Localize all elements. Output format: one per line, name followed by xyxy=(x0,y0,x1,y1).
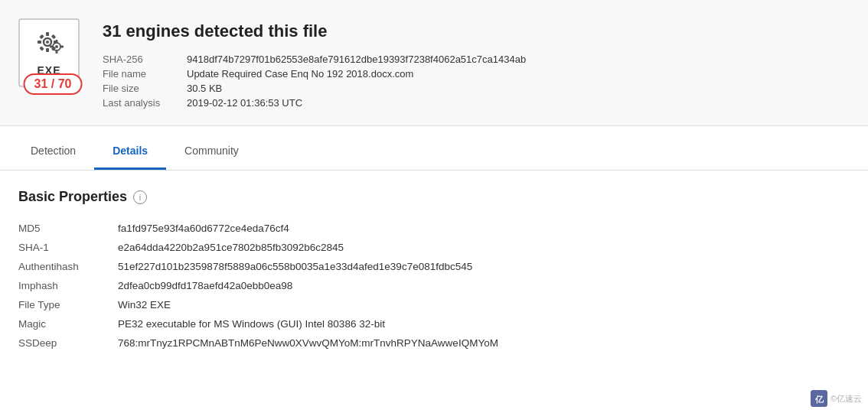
svg-rect-15 xyxy=(60,45,64,47)
detection-badge: 31 / 70 xyxy=(24,73,83,95)
tab-details[interactable]: Details xyxy=(94,134,166,170)
sha256-value: 9418df74b7297f01b62553e8afe791612dbe1939… xyxy=(187,52,526,67)
prop-value: 768:mrTnyz1RPCMnABTnM6PeNww0XVwvQMYoM:mr… xyxy=(118,333,850,353)
lastanalysis-value: 2019-02-12 01:36:53 UTC xyxy=(187,96,526,110)
prop-value: 2dfea0cb99dfd178aefd42a0ebb0ea98 xyxy=(118,276,850,295)
svg-rect-8 xyxy=(39,46,44,50)
header-section: EXE 31 / 70 31 engines detected this fil… xyxy=(0,0,868,126)
svg-rect-4 xyxy=(38,41,41,44)
prop-key: Magic xyxy=(18,314,118,333)
prop-value: 51ef227d101b2359878f5889a06c558b0035a1e3… xyxy=(118,257,850,276)
table-row: SHA-1e2a64dda4220b2a951ce7802b85fb3092b6… xyxy=(18,238,850,257)
prop-key: SHA-1 xyxy=(18,238,118,257)
svg-rect-14 xyxy=(50,45,53,47)
filesize-value: 30.5 KB xyxy=(187,81,526,96)
sha256-label: SHA-256 xyxy=(103,52,187,67)
file-icon-gears xyxy=(32,30,66,61)
prop-key: Imphash xyxy=(18,276,118,295)
svg-rect-3 xyxy=(46,48,49,52)
prop-key: Authentihash xyxy=(18,257,118,276)
watermark-icon: 亿 xyxy=(811,390,827,407)
table-row: Authentihash51ef227d101b2359878f5889a06c… xyxy=(18,257,850,276)
watermark-text: ©亿速云 xyxy=(830,393,862,405)
watermark: 亿 ©亿速云 xyxy=(811,390,862,407)
section-title-text: Basic Properties xyxy=(18,189,127,205)
file-icon-wrapper: EXE 31 / 70 xyxy=(18,18,87,87)
svg-rect-12 xyxy=(56,40,58,43)
svg-rect-6 xyxy=(39,34,44,38)
prop-key: SSDeep xyxy=(18,333,118,353)
filename-value: Update Required Case Enq No 192 2018.doc… xyxy=(187,67,526,81)
table-row: MagicPE32 executable for MS Windows (GUI… xyxy=(18,314,850,333)
lastanalysis-label: Last analysis xyxy=(103,96,187,110)
section-title: Basic Properties i xyxy=(18,189,850,205)
table-row: SSDeep768:mrTnyz1RPCMnABTnM6PeNww0XVwvQM… xyxy=(18,333,850,353)
prop-value: fa1fd975e93f4a60d6772ce4eda76cf4 xyxy=(118,219,850,238)
prop-value: PE32 executable for MS Windows (GUI) Int… xyxy=(118,314,850,333)
tabs-section: Detection Details Community xyxy=(0,134,868,171)
filename-label: File name xyxy=(103,67,187,81)
table-row: MD5fa1fd975e93f4a60d6772ce4eda76cf4 xyxy=(18,219,850,238)
header-info: 31 engines detected this file SHA-256 94… xyxy=(103,18,850,110)
svg-rect-2 xyxy=(46,32,49,36)
svg-text:亿: 亿 xyxy=(814,395,824,404)
filesize-label: File size xyxy=(103,81,187,96)
page-title: 31 engines detected this file xyxy=(103,21,850,41)
meta-table: SHA-256 9418df74b7297f01b62553e8afe79161… xyxy=(103,52,526,110)
info-icon[interactable]: i xyxy=(133,190,147,204)
prop-key: MD5 xyxy=(18,219,118,238)
svg-point-11 xyxy=(55,45,58,48)
prop-value: e2a64dda4220b2a951ce7802b85fb3092b6c2845 xyxy=(118,238,850,257)
table-row: Imphash2dfea0cb99dfd178aefd42a0ebb0ea98 xyxy=(18,276,850,295)
table-row: File TypeWin32 EXE xyxy=(18,295,850,314)
main-content: Basic Properties i MD5fa1fd975e93f4a60d6… xyxy=(0,171,868,365)
svg-rect-13 xyxy=(56,50,58,54)
svg-rect-9 xyxy=(51,34,56,38)
properties-table: MD5fa1fd975e93f4a60d6772ce4eda76cf4SHA-1… xyxy=(18,219,850,353)
tab-detection[interactable]: Detection xyxy=(12,134,94,170)
prop-value: Win32 EXE xyxy=(118,295,850,314)
tab-community[interactable]: Community xyxy=(166,134,257,170)
prop-key: File Type xyxy=(18,295,118,314)
svg-point-1 xyxy=(46,41,49,44)
